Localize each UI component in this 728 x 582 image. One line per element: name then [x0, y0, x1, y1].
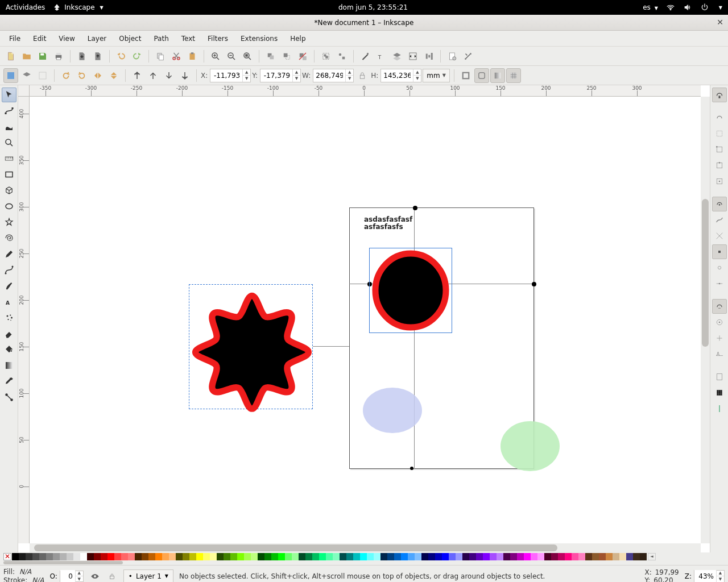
color-swatch[interactable] [155, 553, 162, 560]
palette-scrollbar[interactable] [0, 560, 728, 565]
color-swatch[interactable] [312, 553, 319, 560]
select-all-layers-button[interactable] [3, 68, 18, 83]
print-button[interactable] [51, 49, 66, 64]
affect-move-gradient-button[interactable] [490, 68, 505, 83]
eraser-tool[interactable] [2, 326, 16, 341]
redo-button[interactable] [130, 49, 144, 64]
menu-path[interactable]: Path [148, 32, 174, 45]
snap-text-baseline-button[interactable]: A [712, 347, 727, 361]
color-swatch[interactable] [101, 553, 107, 560]
w-input[interactable] [313, 69, 345, 82]
app-menu[interactable]: Inkscape ▼ [53, 3, 103, 11]
color-swatch[interactable] [353, 553, 360, 560]
color-swatch[interactable] [558, 553, 565, 560]
snap-bbox-center-button[interactable] [712, 174, 727, 189]
color-swatch[interactable] [210, 553, 217, 560]
color-swatch[interactable] [94, 553, 101, 560]
calligraphy-tool[interactable] [2, 278, 16, 293]
scrollbar-thumb[interactable] [34, 544, 557, 551]
open-button[interactable] [19, 49, 34, 64]
color-swatch[interactable] [517, 553, 524, 560]
color-swatch[interactable] [633, 553, 640, 560]
color-swatch[interactable] [572, 553, 578, 560]
ellipse-tool[interactable] [2, 199, 16, 214]
snap-bbox-midpoint-button[interactable] [712, 158, 727, 173]
fill-stroke-indicator[interactable]: Fill:N/A Stroke:N/A [3, 568, 44, 582]
color-swatch[interactable] [497, 553, 503, 560]
color-swatch[interactable] [87, 553, 94, 560]
spin-up-icon[interactable]: ▲ [242, 69, 250, 76]
ruler-origin[interactable] [18, 85, 30, 97]
opacity-field[interactable]: O: ▲▼ [50, 571, 84, 582]
snap-others-button[interactable] [712, 299, 727, 314]
menu-layer[interactable]: Layer [82, 32, 112, 45]
dropper-tool[interactable] [2, 374, 16, 389]
snap-object-center-button[interactable] [712, 315, 727, 330]
selection-handle[interactable] [413, 206, 417, 210]
fill-stroke-button[interactable] [358, 49, 373, 64]
affect-move-pattern-button[interactable] [506, 68, 521, 83]
3dbox-tool[interactable] [2, 183, 16, 198]
paint-bucket-tool[interactable] [2, 342, 16, 357]
color-swatch[interactable] [435, 553, 442, 560]
menu-text[interactable]: Text [176, 32, 201, 45]
palette-menu-button[interactable]: ◄ [648, 553, 656, 560]
zoom-fit-button[interactable] [240, 49, 255, 64]
rectangle-tool[interactable] [2, 167, 16, 182]
color-swatch[interactable] [585, 553, 592, 560]
color-swatch[interactable] [408, 553, 415, 560]
color-swatch[interactable] [490, 553, 497, 560]
color-swatch[interactable] [258, 553, 264, 560]
horizontal-scrollbar[interactable] [30, 543, 701, 552]
layers-button[interactable] [390, 49, 404, 64]
color-swatch[interactable] [380, 553, 387, 560]
color-swatch[interactable] [107, 553, 114, 560]
color-swatch[interactable] [169, 553, 176, 560]
snap-line-midpoint-button[interactable] [712, 276, 727, 291]
color-swatch[interactable] [162, 553, 169, 560]
color-swatch[interactable] [401, 553, 408, 560]
affect-scale-stroke-button[interactable] [458, 68, 473, 83]
ellipse-object-blue[interactable] [361, 386, 424, 435]
color-swatch[interactable] [326, 553, 333, 560]
snap-bbox-button[interactable] [712, 110, 727, 125]
selector-tool[interactable] [2, 88, 16, 102]
zoom-field[interactable]: Z: ▲▼ [685, 570, 725, 583]
color-swatch[interactable] [626, 553, 633, 560]
color-swatch[interactable] [340, 553, 346, 560]
horizontal-ruler[interactable]: -350-300-250-200-150-100-500501001502002… [30, 85, 701, 97]
color-swatch[interactable] [128, 553, 135, 560]
copy-button[interactable] [153, 49, 168, 64]
snap-page-border-button[interactable] [712, 369, 727, 384]
snap-guide-button[interactable] [712, 401, 727, 416]
color-swatch[interactable] [292, 553, 299, 560]
color-swatch[interactable] [374, 553, 380, 560]
selection-handle[interactable] [532, 282, 536, 286]
color-swatch[interactable] [73, 553, 80, 560]
zoom-input[interactable] [694, 570, 716, 583]
color-swatch[interactable] [305, 553, 312, 560]
lock-aspect-button[interactable] [355, 68, 370, 83]
color-swatch[interactable] [26, 553, 32, 560]
color-swatch[interactable] [121, 553, 128, 560]
color-swatch[interactable] [67, 553, 73, 560]
spiral-tool[interactable] [2, 231, 16, 246]
color-swatch[interactable] [46, 553, 53, 560]
color-swatch[interactable] [476, 553, 483, 560]
zoom-out-button[interactable] [224, 49, 239, 64]
export-button[interactable] [90, 49, 105, 64]
circle-object[interactable] [371, 250, 450, 331]
raise-button[interactable] [146, 68, 160, 83]
color-swatch[interactable] [148, 553, 155, 560]
color-swatch[interactable] [264, 553, 271, 560]
text-properties-button[interactable]: T [374, 49, 388, 64]
import-button[interactable] [75, 49, 89, 64]
tweak-tool[interactable] [2, 119, 16, 134]
color-swatch[interactable] [237, 553, 244, 560]
color-swatch[interactable] [271, 553, 278, 560]
snap-node-cusp-button[interactable] [712, 244, 727, 259]
color-swatch[interactable] [531, 553, 537, 560]
color-swatch[interactable] [469, 553, 476, 560]
snap-path-button[interactable] [712, 213, 727, 227]
snap-path-intersect-button[interactable] [712, 228, 727, 243]
